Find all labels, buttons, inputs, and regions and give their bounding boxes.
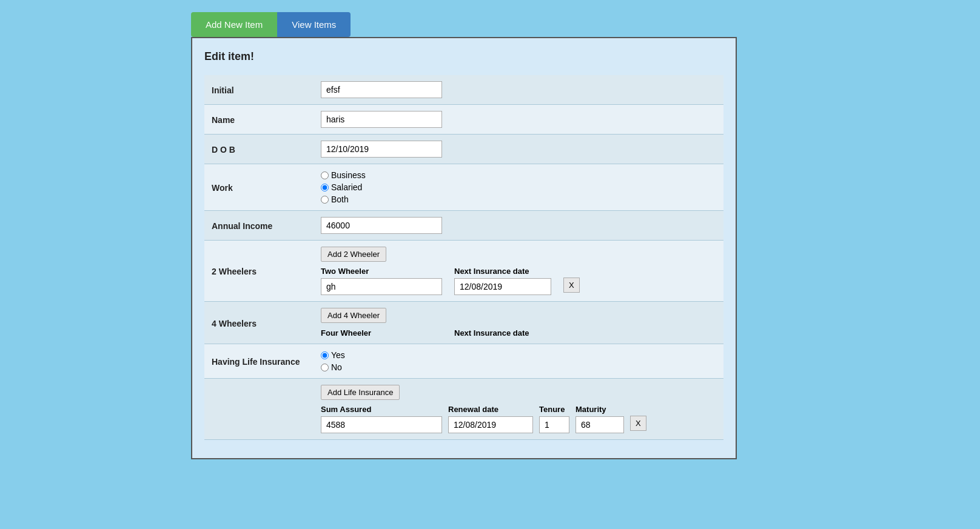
work-business-label: Business — [331, 170, 366, 180]
maturity-input[interactable] — [576, 416, 624, 433]
renewal-date-input[interactable] — [448, 416, 533, 433]
tab-bar: Add New Item View Items — [191, 12, 980, 37]
work-radio-salaried[interactable] — [321, 184, 329, 191]
work-option-business[interactable]: Business — [321, 170, 716, 180]
form-table: Initial Name D O B Work — [204, 75, 723, 440]
table-row: Having Life Insurance Yes No — [204, 344, 723, 379]
annual-income-cell — [314, 211, 723, 241]
delete-two-wheeler-button[interactable]: X — [563, 278, 580, 293]
life-insurance-no-option[interactable]: No — [321, 362, 716, 372]
work-option-salaried[interactable]: Salaried — [321, 182, 716, 192]
table-row: 4 Wheelers Add 4 Wheeler Four Wheeler Ne… — [204, 302, 723, 344]
tenure-col: Tenure — [539, 405, 569, 433]
two-wheelers-label: 2 Wheelers — [204, 241, 314, 302]
maturity-label: Maturity — [576, 405, 624, 414]
sum-assured-label: Sum Assured — [321, 405, 442, 414]
add-life-insurance-button[interactable]: Add Life Insurance — [321, 385, 400, 400]
table-row: Initial — [204, 75, 723, 105]
life-insurance-action-label — [204, 379, 314, 440]
life-insurance-yes-label: Yes — [331, 350, 345, 360]
form-title: Edit item! — [204, 50, 723, 63]
dob-label: D O B — [204, 135, 314, 164]
two-wheelers-cell: Add 2 Wheeler Two Wheeler Next Insurance… — [314, 241, 723, 302]
life-insurance-radio-no[interactable] — [321, 364, 329, 371]
work-radio-both[interactable] — [321, 196, 329, 204]
form-container: Edit item! Initial Name D O B — [191, 37, 737, 459]
renewal-date-label: Renewal date — [448, 405, 533, 414]
dob-input[interactable] — [321, 141, 442, 158]
work-salaried-label: Salaried — [331, 182, 362, 192]
maturity-col: Maturity — [576, 405, 624, 433]
two-wheeler-name-col: Two Wheeler — [321, 267, 442, 295]
name-input[interactable] — [321, 111, 442, 128]
life-insurance-radio-group: Yes No — [321, 350, 716, 372]
two-wheeler-entry: Two Wheeler Next Insurance date X — [321, 267, 716, 295]
work-radio-business[interactable] — [321, 171, 329, 179]
two-wheeler-col-label: Two Wheeler — [321, 267, 442, 276]
two-wheeler-insurance-col: Next Insurance date — [454, 267, 551, 295]
name-cell — [314, 105, 723, 135]
life-insurance-action-cell: Add Life Insurance Sum Assured Renewal d… — [314, 379, 723, 440]
add-2-wheeler-button[interactable]: Add 2 Wheeler — [321, 247, 386, 262]
life-insurance-no-label: No — [331, 362, 342, 372]
life-insurance-yes-option[interactable]: Yes — [321, 350, 716, 360]
life-insurance-radio-yes[interactable] — [321, 351, 329, 359]
sum-assured-col: Sum Assured — [321, 405, 442, 433]
four-wheeler-insurance-label: Next Insurance date — [454, 328, 529, 338]
initial-input[interactable] — [321, 81, 442, 98]
work-option-both[interactable]: Both — [321, 195, 716, 204]
two-wheeler-insurance-input[interactable] — [454, 278, 551, 295]
renewal-date-col: Renewal date — [448, 405, 533, 433]
work-radio-group: Business Salaried Both — [321, 170, 716, 204]
work-label: Work — [204, 164, 314, 211]
two-wheeler-insurance-label: Next Insurance date — [454, 267, 551, 276]
work-cell: Business Salaried Both — [314, 164, 723, 211]
table-row: Annual Income — [204, 211, 723, 241]
add-new-item-button[interactable]: Add New Item — [191, 12, 277, 37]
tenure-input[interactable] — [539, 416, 569, 433]
table-row: Work Business Salaried Bo — [204, 164, 723, 211]
life-insurance-entry: Sum Assured Renewal date Tenure Mat — [321, 405, 716, 433]
add-4-wheeler-button[interactable]: Add 4 Wheeler — [321, 308, 386, 323]
table-row: Name — [204, 105, 723, 135]
name-label: Name — [204, 105, 314, 135]
four-wheelers-label: 4 Wheelers — [204, 302, 314, 344]
initial-label: Initial — [204, 75, 314, 105]
tenure-label: Tenure — [539, 405, 569, 414]
page-wrapper: Add New Item View Items Edit item! Initi… — [0, 0, 980, 459]
dob-cell — [314, 135, 723, 164]
two-wheeler-input[interactable] — [321, 278, 442, 295]
table-row: Add Life Insurance Sum Assured Renewal d… — [204, 379, 723, 440]
four-wheelers-cell: Add 4 Wheeler Four Wheeler Next Insuranc… — [314, 302, 723, 344]
work-both-label: Both — [331, 195, 349, 204]
annual-income-input[interactable] — [321, 217, 442, 234]
four-wheeler-col-label: Four Wheeler — [321, 328, 371, 338]
four-wheeler-headers: Four Wheeler Next Insurance date — [321, 328, 716, 338]
delete-life-insurance-button[interactable]: X — [630, 416, 646, 431]
annual-income-label: Annual Income — [204, 211, 314, 241]
view-items-button[interactable]: View Items — [277, 12, 351, 37]
sum-assured-input[interactable] — [321, 416, 442, 433]
initial-cell — [314, 75, 723, 105]
table-row: 2 Wheelers Add 2 Wheeler Two Wheeler Nex… — [204, 241, 723, 302]
having-life-insurance-label: Having Life Insurance — [204, 344, 314, 379]
life-insurance-cell: Yes No — [314, 344, 723, 379]
table-row: D O B — [204, 135, 723, 164]
